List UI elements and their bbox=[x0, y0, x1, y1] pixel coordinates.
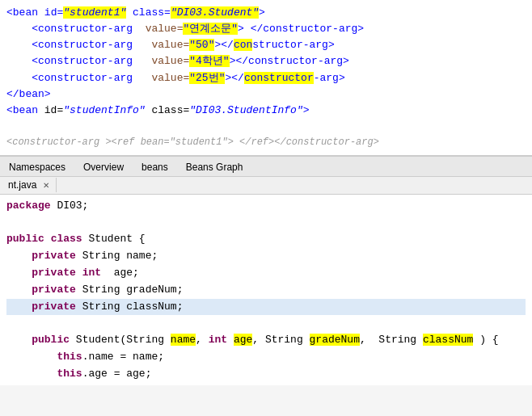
xml-tag: id= bbox=[38, 6, 63, 19]
xml-tag: <constructor-arg bbox=[32, 23, 133, 35]
xml-attr-value: "50" bbox=[189, 39, 214, 51]
xml-space bbox=[133, 55, 151, 67]
java-this-age: this.age = age; bbox=[6, 366, 526, 383]
xml-space bbox=[133, 23, 146, 35]
xml-tag: > bbox=[259, 6, 265, 19]
java-editor-panel: package DI03; public class Student { pri… bbox=[0, 195, 532, 386]
xml-attr-value: "student1" bbox=[63, 6, 126, 19]
hl-name-param: name bbox=[171, 334, 196, 346]
xml-tag: </bean> bbox=[6, 88, 51, 100]
xml-attr-value: "DI03.StudentInfo" bbox=[189, 104, 302, 116]
xml-line-7: <bean id="studentInfo" class="DI03.Stude… bbox=[6, 103, 526, 119]
xml-line-4: <constructor-arg value="4학년"></construct… bbox=[6, 53, 526, 69]
file-tab-bar: nt.java ✕ bbox=[0, 177, 532, 195]
xml-tag: > bbox=[303, 104, 310, 116]
xml-attr-name: value= bbox=[146, 23, 184, 35]
xml-attr-value: "연계소문" bbox=[183, 23, 238, 35]
xml-space: id= bbox=[38, 104, 63, 116]
xml-attr-value: "25번" bbox=[189, 72, 225, 84]
xml-space bbox=[133, 39, 151, 51]
tab-overview[interactable]: Overview bbox=[74, 158, 133, 176]
xml-attr-value: "studentInfo" bbox=[63, 104, 145, 116]
xml-tag: con bbox=[234, 39, 252, 51]
xml-attr-value: "4학년" bbox=[189, 55, 229, 67]
xml-tag: ></ bbox=[214, 39, 233, 51]
xml-tag: -arg> bbox=[314, 72, 345, 84]
xml-tag: <constructor-arg bbox=[32, 72, 133, 84]
file-tab-student-java[interactable]: nt.java ✕ bbox=[2, 178, 57, 192]
kw-package: package bbox=[6, 200, 51, 212]
hl-grade-param: gradeNum bbox=[310, 334, 360, 346]
xml-tag: ></ bbox=[225, 72, 243, 84]
xml-attr-name: value= bbox=[151, 55, 189, 67]
close-icon[interactable]: ✕ bbox=[43, 181, 49, 190]
xml-tag: < bbox=[6, 6, 13, 19]
java-this-name: this.name = name; bbox=[6, 349, 526, 366]
xml-tag: ></constructor-arg> bbox=[230, 55, 349, 67]
xml-line-9: <constructor-arg ><ref bean="student1"> … bbox=[6, 135, 526, 150]
xml-space: class= bbox=[146, 104, 190, 116]
java-field-name: private String name; bbox=[6, 248, 526, 265]
tab-beans-graph[interactable]: Beans Graph bbox=[177, 158, 252, 176]
hl-age-param: age bbox=[234, 334, 252, 346]
xml-tag: class= bbox=[126, 6, 171, 19]
xml-tag-hl: constructor bbox=[244, 72, 314, 84]
java-field-gradenum: private String gradeNum; bbox=[6, 282, 526, 299]
tab-beans[interactable]: beans bbox=[133, 158, 177, 176]
xml-line-8 bbox=[6, 119, 526, 135]
xml-line-3: <constructor-arg value="50"></constructo… bbox=[6, 37, 526, 53]
xml-tag: bean bbox=[13, 6, 38, 19]
java-blank-1 bbox=[6, 215, 526, 232]
xml-line-5: <constructor-arg value="25번"></construct… bbox=[6, 70, 526, 86]
xml-tag: <constructor-arg bbox=[32, 39, 133, 51]
xml-line-6: </bean> bbox=[6, 86, 526, 103]
xml-tag: structor-arg> bbox=[252, 39, 334, 51]
java-blank-2 bbox=[6, 315, 526, 332]
xml-tag: > </constructor-arg> bbox=[238, 23, 364, 35]
hl-class-param: classNum bbox=[423, 334, 473, 346]
xml-attr-value: "DI03.Student" bbox=[171, 6, 259, 19]
xml-tag: <constructor-arg bbox=[32, 55, 133, 67]
java-package-line: package DI03; bbox=[6, 198, 526, 215]
tab-namespaces[interactable]: Namespaces bbox=[0, 158, 74, 176]
xml-line-1: <bean id="student1" class="DI03.Student"… bbox=[6, 5, 526, 21]
java-constructor-sig: public Student(String name, int age, Str… bbox=[6, 332, 526, 349]
file-tab-label: nt.java bbox=[8, 179, 36, 191]
java-field-classnum: private String classNum; bbox=[6, 299, 526, 316]
xml-tag: <bean bbox=[6, 104, 38, 116]
xml-attr-name: value= bbox=[151, 39, 189, 51]
xml-attr-name: value= bbox=[151, 72, 189, 84]
xml-tab-bar: Namespaces Overview beans Beans Graph bbox=[0, 156, 532, 177]
xml-editor-panel: <bean id="student1" class="DI03.Student"… bbox=[0, 0, 532, 156]
xml-space bbox=[133, 72, 151, 84]
xml-line-2: <constructor-arg value="연계소문"> </constru… bbox=[6, 21, 526, 37]
java-class-decl: public class Student { bbox=[6, 231, 526, 248]
java-field-age: private int age; bbox=[6, 265, 526, 282]
